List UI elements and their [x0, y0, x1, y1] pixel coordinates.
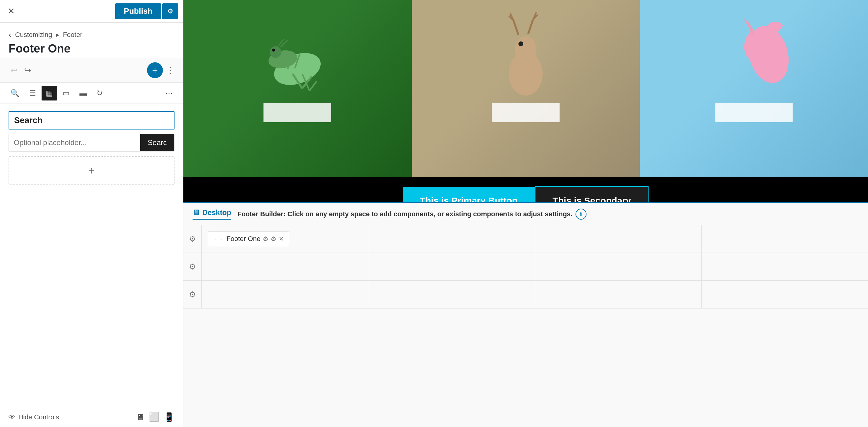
search-submit-preview-button[interactable]: Searc: [140, 134, 174, 151]
row-2-content: [202, 253, 868, 281]
footer-builder-bar: 🖥 Desktop Footer Builder: Click on any e…: [183, 202, 868, 225]
row-1-col-3[interactable]: [535, 225, 702, 253]
product-image-deer: [412, 0, 640, 177]
buttons-row: This is Primary Button This is Secondary: [183, 177, 868, 202]
grasshopper-illustration: [251, 6, 343, 122]
pill-close-icon[interactable]: ✕: [279, 235, 284, 242]
desktop-tab-icon: 🖥: [192, 208, 200, 217]
footer-row-1: ⚙ ⋮⋮ Footer One ⚙ ⚙ ✕: [183, 225, 868, 253]
row-3-gear[interactable]: ⚙: [183, 281, 202, 308]
product-images: [183, 0, 868, 177]
settings-gear-button[interactable]: ⚙: [162, 3, 178, 19]
row-2-col-2[interactable]: [368, 253, 535, 281]
tablet-icon: ⬜: [149, 412, 159, 422]
desktop-tab-label: Desktop: [202, 208, 231, 217]
svg-rect-22: [492, 103, 560, 122]
more-options-button[interactable]: ⋮: [166, 62, 175, 78]
add-block-top-button[interactable]: +: [147, 62, 163, 78]
undo-button[interactable]: ↩: [8, 64, 19, 77]
hide-controls-label: Hide Controls: [18, 413, 59, 421]
redo-button[interactable]: ↪: [22, 64, 33, 77]
breadcrumb-arrow: ▸: [56, 31, 59, 38]
panel-title: Footer One: [8, 42, 175, 55]
tablet-view-button[interactable]: ⬜: [149, 412, 159, 422]
close-button[interactable]: ✕: [5, 5, 17, 18]
left-panel: ✕ Publish ⚙ ‹ Customizing ▸ Footer Foote…: [0, 0, 183, 427]
footer-one-label: Footer One: [226, 235, 260, 243]
product-image-pink: [640, 0, 868, 177]
toolbar-search-button[interactable]: 🔍: [6, 86, 24, 100]
block-editor-area: Searc +: [0, 104, 183, 427]
undo-redo-bar: ↩ ↪ + ⋮: [0, 58, 183, 83]
row-2-col-3[interactable]: [535, 253, 702, 281]
bottom-bar: 👁 Hide Controls 🖥 ⬜ 📱: [0, 407, 183, 427]
row-1-col-1[interactable]: ⋮⋮ Footer One ⚙ ⚙ ✕: [202, 225, 368, 253]
desktop-view-button[interactable]: 🖥: [136, 412, 145, 422]
view-buttons: 🖥 ⬜ 📱: [136, 412, 175, 422]
toolbar-video-button[interactable]: ▬: [75, 86, 91, 100]
pill-tune-icon[interactable]: ⚙: [271, 235, 276, 242]
breadcrumb-footer: Footer: [63, 31, 83, 38]
row-1-gear[interactable]: ⚙: [183, 225, 202, 253]
eye-icon: 👁: [8, 413, 15, 421]
footer-row-2: ⚙: [183, 253, 868, 281]
publish-button[interactable]: Publish: [115, 3, 161, 19]
secondary-button-preview[interactable]: This is Secondary: [535, 186, 649, 202]
builder-info: Footer Builder: Click on any empty space…: [238, 210, 573, 218]
row-3-col-1[interactable]: [202, 281, 368, 308]
footer-one-pill[interactable]: ⋮⋮ Footer One ⚙ ⚙ ✕: [208, 232, 289, 246]
row-3-col-2[interactable]: [368, 281, 535, 308]
cycle-icon: ↻: [97, 89, 103, 97]
row-1-content: ⋮⋮ Footer One ⚙ ⚙ ✕: [202, 225, 868, 253]
svg-line-16: [514, 21, 518, 35]
back-button[interactable]: ‹: [8, 30, 11, 40]
add-block-button[interactable]: +: [8, 156, 175, 185]
desktop-tab[interactable]: 🖥 Desktop: [192, 208, 231, 220]
drag-icon: ⋮⋮: [213, 235, 224, 242]
more-icon: ⋯: [165, 89, 173, 97]
breadcrumb-section: ‹ Customizing ▸ Footer Footer One: [0, 23, 183, 58]
row-3-content: [202, 281, 868, 308]
search-placeholder-input[interactable]: [9, 134, 140, 151]
search-icon: 🔍: [10, 89, 20, 97]
toolbar-more-button[interactable]: ⋯: [161, 86, 177, 100]
builder-label: Footer Builder:: [238, 210, 286, 218]
toolbar-cycle-button[interactable]: ↻: [92, 86, 107, 100]
toolbar-image-button[interactable]: ▭: [58, 86, 74, 100]
grid-icon: ▦: [46, 89, 53, 97]
video-icon: ▬: [80, 89, 87, 97]
top-bar-left: ✕: [5, 5, 17, 18]
row-2-col-1[interactable]: [202, 253, 368, 281]
pill-gear-icon[interactable]: ⚙: [263, 235, 268, 242]
main-area: This is Primary Button This is Secondary…: [183, 0, 868, 427]
preview-area: This is Primary Button This is Secondary…: [183, 0, 868, 202]
search-label-input[interactable]: [8, 111, 175, 130]
block-toolbar: 🔍 ☰ ▦ ▭ ▬ ↻ ⋯: [0, 83, 183, 104]
svg-point-15: [518, 41, 523, 46]
footer-builder: ⚙ ⋮⋮ Footer One ⚙ ⚙ ✕ ⚙: [183, 225, 868, 427]
svg-point-3: [272, 48, 275, 52]
desktop-icon: 🖥: [136, 412, 145, 422]
toolbar-list-button[interactable]: ☰: [25, 86, 40, 100]
row-1-col-4[interactable]: [702, 225, 868, 253]
svg-rect-25: [715, 103, 793, 122]
row-3-col-4[interactable]: [702, 281, 868, 308]
toolbar-grid-button[interactable]: ▦: [41, 86, 57, 100]
row-1-col-2[interactable]: [368, 225, 535, 253]
svg-line-19: [528, 20, 533, 34]
svg-line-9: [310, 81, 317, 91]
product-image-grasshopper: [183, 0, 412, 177]
row-2-gear[interactable]: ⚙: [183, 253, 202, 281]
mobile-view-button[interactable]: 📱: [164, 412, 175, 422]
undo-group: ↩ ↪: [8, 64, 33, 77]
row-3-col-3[interactable]: [535, 281, 702, 308]
footer-row-3: ⚙: [183, 281, 868, 308]
builder-hint: Click on any empty space to add componen…: [287, 210, 572, 218]
mobile-icon: 📱: [164, 412, 175, 422]
gear-icon: ⚙: [167, 7, 173, 15]
primary-button-preview[interactable]: This is Primary Button: [403, 187, 535, 202]
hide-controls-button[interactable]: 👁 Hide Controls: [8, 413, 59, 421]
row-2-col-4[interactable]: [702, 253, 868, 281]
info-icon[interactable]: ℹ: [576, 208, 587, 220]
top-bar: ✕ Publish ⚙: [0, 0, 183, 23]
